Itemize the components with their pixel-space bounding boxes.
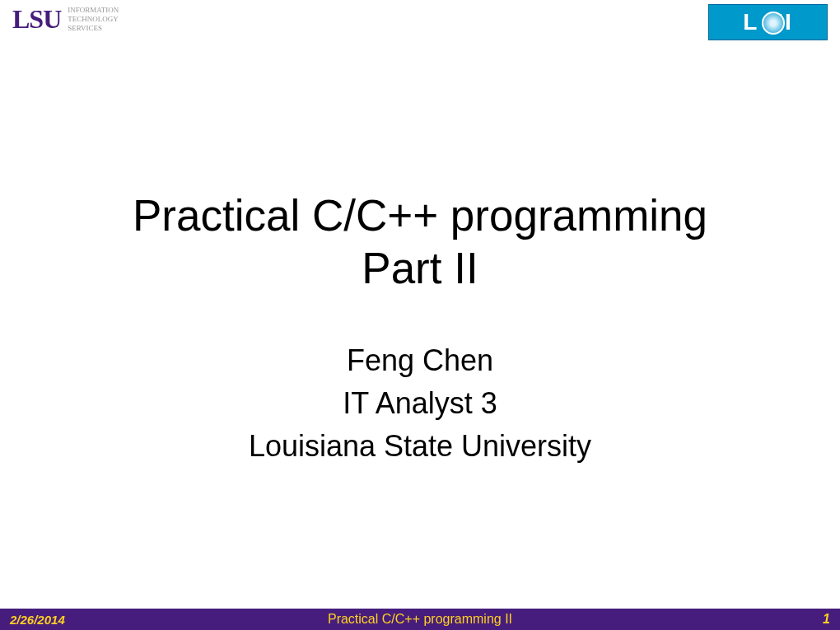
footer-page: 1 bbox=[823, 612, 830, 627]
author-org: Louisiana State University bbox=[0, 429, 840, 464]
lsu-logo-text: LSU bbox=[12, 4, 61, 35]
loni-logo: L NI bbox=[708, 4, 828, 40]
lsu-subtitle-line2: TECHNOLOGY bbox=[68, 15, 119, 24]
lsu-subtitle-line1: INFORMATION bbox=[68, 6, 119, 15]
author-role: IT Analyst 3 bbox=[0, 386, 840, 421]
lsu-subtitle: INFORMATION TECHNOLOGY SERVICES bbox=[68, 6, 119, 32]
slide-content: Practical C/C++ programming Part II Feng… bbox=[0, 189, 840, 464]
lsu-logo: LSU INFORMATION TECHNOLOGY SERVICES bbox=[12, 4, 119, 35]
footer-title: Practical C/C++ programming II bbox=[328, 612, 512, 627]
slide-footer: 2/26/2014 Practical C/C++ programming II… bbox=[0, 609, 840, 630]
title-line1: Practical C/C++ programming bbox=[0, 189, 840, 242]
title-line2: Part II bbox=[0, 242, 840, 295]
main-title: Practical C/C++ programming Part II bbox=[0, 189, 840, 294]
lsu-subtitle-line3: SERVICES bbox=[68, 24, 119, 33]
author-name: Feng Chen bbox=[0, 343, 840, 378]
slide-header: LSU INFORMATION TECHNOLOGY SERVICES L NI bbox=[0, 0, 840, 41]
loni-circle-icon bbox=[762, 12, 785, 35]
footer-date: 2/26/2014 bbox=[10, 613, 65, 627]
